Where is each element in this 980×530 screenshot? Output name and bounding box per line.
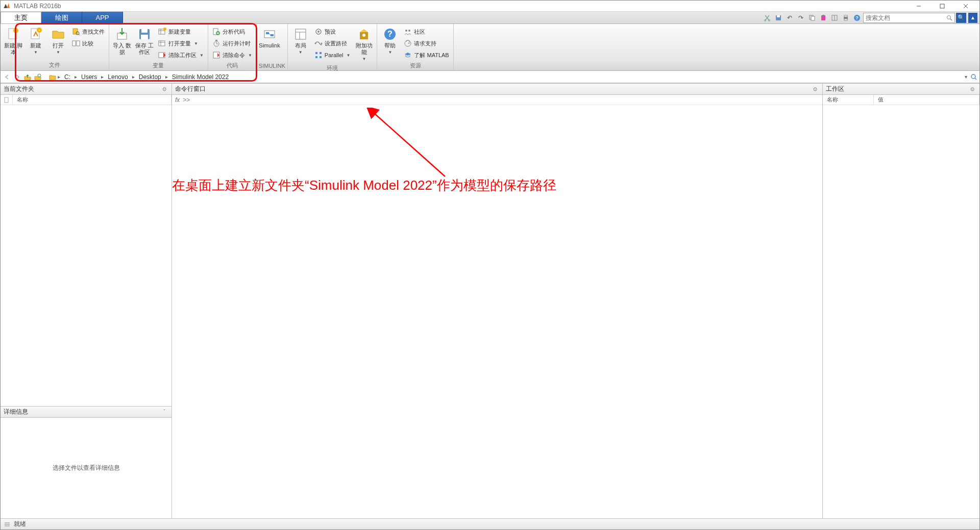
name-column[interactable]: 名称	[13, 95, 172, 105]
clear-workspace-button[interactable]: 清除工作区▼	[156, 49, 206, 61]
ws-name-column[interactable]: 名称	[823, 95, 874, 105]
breadcrumb-c[interactable]: C:	[61, 73, 74, 81]
ribbon-minimize-toggle[interactable]: ▲	[968, 13, 977, 23]
nav-forward-button[interactable]	[13, 72, 22, 82]
ws-value-column[interactable]: 值	[874, 95, 979, 105]
addr-dropdown-icon[interactable]: ▾	[965, 74, 967, 80]
clear-commands-button[interactable]: 清除命令▼	[210, 49, 254, 61]
new-script-button[interactable]: + 新建 脚本	[3, 25, 24, 58]
svg-rect-30	[72, 41, 76, 46]
open-folder-icon	[51, 27, 65, 41]
window-title: MATLAB R2016b	[14, 3, 61, 10]
nav-history-button[interactable]	[33, 72, 42, 82]
simulink-icon	[262, 27, 277, 41]
qat-paste-icon[interactable]	[818, 13, 828, 23]
layout-button[interactable]: 布局▼	[290, 25, 311, 57]
svg-rect-31	[77, 41, 80, 46]
ribbon-tab-row: 主页 绘图 APP ↶ ↷ ? 🔍 ▲	[1, 12, 979, 24]
command-prompt: >>	[183, 96, 190, 104]
compare-button[interactable]: 比较	[70, 38, 107, 49]
qat-print-icon[interactable]	[841, 13, 851, 23]
annotation-text: 在桌面上建立新文件夹“Simulink Model 2022”作为模型的保存路径	[172, 176, 556, 194]
svg-rect-11	[822, 15, 824, 16]
ribbon-group-variable: 导入 数据 保存 工作区 新建变量 打开变量▼ 清除工作区▼ 变量	[109, 24, 208, 70]
ribbon-group-environment: 布局▼ 预设 设置路径 Parallel▼ 附加功能▼ 环境	[288, 24, 378, 70]
details-title: 详细信息	[4, 408, 28, 416]
address-bar: ▸ C: ▸ Users ▸ Lenovo ▸ Desktop ▸ Simuli…	[1, 71, 979, 83]
doc-search-box[interactable]	[863, 13, 955, 23]
qat-switch-icon[interactable]	[829, 13, 840, 23]
fx-icon[interactable]: fx	[175, 96, 180, 104]
open-button[interactable]: 打开▼	[47, 25, 69, 57]
tab-apps[interactable]: APP	[82, 12, 123, 23]
qat-save-icon[interactable]	[773, 13, 783, 23]
svg-line-20	[950, 19, 952, 20]
details-header[interactable]: 详细信息 ˇ	[1, 407, 172, 418]
command-window-body[interactable]: 在桌面上建立新文件夹“Simulink Model 2022”作为模型的保存路径	[172, 105, 822, 518]
run-time-icon	[212, 39, 220, 47]
svg-rect-64	[315, 56, 317, 58]
find-files-icon	[72, 28, 80, 36]
breadcrumb-simulink-model[interactable]: Simulink Model 2022	[169, 73, 232, 81]
breadcrumb-desktop[interactable]: Desktop	[136, 73, 164, 81]
maximize-button[interactable]	[930, 1, 954, 12]
run-and-time-button[interactable]: 运行并计时	[210, 38, 254, 49]
path-icon	[314, 39, 323, 47]
community-button[interactable]: 社区	[402, 26, 451, 37]
nav-back-button[interactable]	[3, 72, 12, 82]
qat-undo-icon[interactable]: ↶	[785, 13, 795, 23]
help-button[interactable]: ? 帮助▼	[379, 25, 401, 57]
svg-point-74	[971, 74, 975, 79]
qat-help-icon[interactable]: ?	[852, 13, 862, 23]
workspace-body[interactable]	[823, 105, 979, 518]
svg-rect-40	[159, 41, 165, 46]
svg-line-75	[975, 78, 976, 80]
qat-copy-icon[interactable]	[807, 13, 817, 23]
learn-matlab-button[interactable]: 了解 MATLAB	[402, 49, 451, 61]
doc-search-input[interactable]	[866, 14, 946, 21]
qat-redo-icon[interactable]: ↷	[796, 13, 806, 23]
status-bar: 就绪	[1, 518, 979, 529]
open-variable-button[interactable]: 打开变量▼	[156, 38, 206, 49]
workspace-header[interactable]: 工作区 ⊙	[823, 84, 979, 95]
breadcrumb-lenovo[interactable]: Lenovo	[105, 73, 131, 81]
new-button[interactable]: + 新建▼	[25, 25, 46, 57]
save-ws-icon	[137, 27, 152, 41]
ribbon: + 新建 脚本 + 新建▼ 打开▼ 查找文件 比较 文件	[1, 24, 979, 71]
breadcrumb-users[interactable]: Users	[78, 73, 100, 81]
import-data-button[interactable]: 导入 数据	[111, 25, 133, 58]
doc-search-go[interactable]: 🔍	[956, 13, 966, 23]
request-support-button[interactable]: 请求支持	[402, 38, 451, 49]
tab-plots[interactable]: 绘图	[41, 12, 82, 23]
set-path-button[interactable]: 设置路径	[312, 38, 353, 49]
save-workspace-button[interactable]: 保存 工作区	[134, 25, 155, 58]
command-prompt-row: fx >>	[172, 95, 822, 105]
workspace-title: 工作区	[826, 85, 844, 93]
current-folder-header[interactable]: 当前文件夹 ⊙	[1, 84, 172, 95]
close-button[interactable]	[954, 1, 977, 12]
qat-cut-icon[interactable]	[762, 13, 772, 23]
panel-menu-icon[interactable]: ⊙	[811, 85, 819, 93]
find-files-button[interactable]: 查找文件	[70, 26, 107, 37]
command-window-header[interactable]: 命令行窗口 ⊙	[172, 84, 822, 95]
panel-menu-icon[interactable]: ⊙	[968, 85, 976, 93]
nav-up-button[interactable]	[23, 72, 32, 82]
analyze-code-button[interactable]: 分析代码	[210, 26, 254, 37]
addr-search-icon[interactable]	[970, 73, 977, 81]
addons-button[interactable]: 附加功能▼	[353, 25, 375, 63]
clear-ws-icon	[158, 51, 166, 59]
tab-home[interactable]: 主页	[1, 12, 41, 23]
new-variable-button[interactable]: 新建变量	[156, 26, 206, 37]
preferences-button[interactable]: 预设	[312, 26, 353, 37]
panel-menu-icon[interactable]: ⊙	[160, 85, 168, 93]
workspace-columns: 名称 值	[823, 95, 979, 105]
parallel-button[interactable]: Parallel▼	[312, 49, 353, 61]
analyze-icon	[212, 28, 220, 36]
svg-point-39	[163, 28, 166, 31]
current-folder-body[interactable]	[1, 105, 172, 406]
simulink-button[interactable]: Simulink	[259, 25, 280, 51]
svg-rect-1	[940, 4, 944, 8]
svg-line-29	[79, 34, 80, 35]
details-collapse-icon[interactable]: ˇ	[160, 408, 168, 416]
minimize-button[interactable]	[907, 1, 930, 12]
